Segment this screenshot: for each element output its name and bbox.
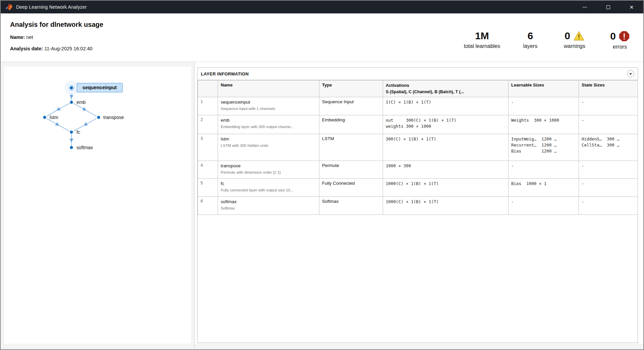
stat-errors: 0 errors: [599, 31, 641, 50]
table-row[interactable]: 1 sequenceinput Sequence input with 1 ch…: [198, 97, 638, 115]
close-icon: ✕: [630, 5, 634, 10]
layer-information-titlebar: LAYER INFORMATION: [198, 68, 638, 80]
layer-information-area: LAYER INFORMATION Name Type: [195, 62, 643, 344]
table-row[interactable]: 5 fc Fully connected layer with output s…: [198, 178, 638, 196]
node-sequenceinput[interactable]: [70, 86, 73, 90]
table-row[interactable]: 6 softmax Softmax Softmax 1000(C) × 1(B)…: [198, 196, 638, 215]
layer-type: Embedding: [319, 115, 383, 134]
titlebar: Deep Learning Network Analyzer ✕: [1, 1, 643, 13]
layer-state-sizes: -: [579, 196, 638, 215]
node-label-lstm: lstm: [50, 115, 58, 120]
layer-name: sequenceinput: [221, 99, 316, 105]
layer-state-sizes: -: [579, 97, 638, 115]
col-activations-label: Activations: [386, 83, 409, 88]
layer-activations: 1000 × 300: [383, 161, 508, 178]
stat-value: 1M: [475, 31, 489, 41]
row-index: 6: [198, 196, 218, 215]
node-label-fc: fc: [76, 129, 80, 135]
col-state-sizes[interactable]: State Sizes: [579, 80, 638, 97]
layer-name: lstm: [221, 136, 316, 142]
maximize-button[interactable]: [600, 1, 616, 13]
layer-description: Softmax: [221, 206, 316, 211]
date-value: 11-Aug-2025 16:02:40: [44, 46, 92, 51]
layer-name: transpose: [221, 163, 316, 169]
network-diagram: sequenceinput emb lstm transpose fc soft…: [4, 67, 191, 344]
main-body: sequenceinput emb lstm transpose fc soft…: [1, 62, 643, 349]
node-softmax[interactable]: [70, 146, 73, 149]
layer-state-sizes: -: [579, 178, 638, 196]
node-lstm[interactable]: [43, 116, 46, 119]
collapse-panel-button[interactable]: [627, 70, 634, 77]
layer-learnable-sizes: Bias 1000 × 1: [508, 178, 579, 196]
table-row[interactable]: 2 emb Embedding layer with 300 output ch…: [198, 115, 638, 134]
layer-description: Fully connected layer with output size 1…: [221, 188, 316, 193]
col-learnable-sizes[interactable]: Learnable Sizes: [508, 80, 579, 97]
layer-learnable-sizes: InputWeig… 1200 … Recurrent… 1200 … Bias…: [508, 134, 579, 161]
layer-type: Permute: [319, 161, 383, 178]
layer-state-sizes: HiddenS… 300 … CellSta… 300 …: [579, 134, 638, 161]
layer-name: fc: [221, 181, 316, 187]
name-value: net: [26, 35, 33, 40]
layer-information-panel: LAYER INFORMATION Name Type: [197, 67, 638, 343]
minimize-icon: [583, 7, 587, 7]
stat-layers: 6 layers: [511, 31, 550, 50]
name-label: Name:: [10, 35, 25, 40]
layer-learnable-sizes: -: [508, 196, 579, 215]
layer-name: emb: [221, 117, 316, 123]
error-icon: [619, 31, 630, 42]
layer-description: Sequence input with 1 channels: [221, 106, 316, 111]
layer-name: softmax: [221, 199, 316, 205]
node-label-softmax: softmax: [76, 145, 93, 150]
stat-value: 0: [565, 31, 570, 41]
selected-node-label[interactable]: sequenceinput: [77, 83, 122, 92]
stat-label: warnings: [564, 43, 585, 49]
close-button[interactable]: ✕: [624, 1, 639, 13]
stat-label: total learnables: [464, 43, 500, 49]
layer-state-sizes: -: [579, 115, 638, 134]
layer-activations: out 300(C) × 1(B) × 1(T) weights 300 × 1…: [383, 115, 508, 134]
table-row[interactable]: 3 lstm LSTM with 300 hidden units LSTM 3…: [198, 134, 638, 161]
row-index: 4: [198, 161, 218, 178]
row-index: 1: [198, 97, 218, 115]
node-transpose[interactable]: [97, 116, 100, 119]
node-fc[interactable]: [70, 131, 73, 134]
stat-value: 6: [528, 31, 533, 41]
col-activations[interactable]: Activations S (Spatial), C (Channel), B …: [383, 80, 508, 97]
maximize-icon: [606, 5, 610, 9]
date-label: Analysis date:: [10, 46, 43, 51]
node-label-emb: emb: [76, 100, 86, 105]
layer-description: LSTM with 300 hidden units: [221, 143, 316, 148]
stat-label: layers: [523, 43, 538, 49]
col-type[interactable]: Type: [319, 80, 383, 97]
col-name[interactable]: Name: [218, 80, 319, 97]
minimize-button[interactable]: [577, 1, 592, 13]
window-title: Deep Learning Network Analyzer: [16, 4, 87, 10]
layer-table: Name Type Activations S (Spatial), C (Ch…: [198, 80, 638, 215]
layer-description: Permute with dimension order [2 1]: [221, 170, 316, 175]
row-index: 3: [198, 134, 218, 161]
layer-type: Fully Connected: [319, 178, 383, 196]
row-index: 5: [198, 178, 218, 196]
layer-description: Embedding layer with 300 output channe..…: [221, 124, 316, 129]
layer-table-header-row: Name Type Activations S (Spatial), C (Ch…: [198, 80, 638, 97]
matlab-logo-icon: [5, 3, 13, 11]
network-name-line: Name: net: [10, 35, 103, 40]
stat-label: errors: [613, 44, 627, 50]
analysis-date-line: Analysis date: 11-Aug-2025 16:02:40: [10, 46, 103, 51]
node-emb[interactable]: [70, 101, 73, 104]
table-row[interactable]: 4 transpose Permute with dimension order…: [198, 161, 638, 178]
node-label-transpose: transpose: [103, 115, 124, 120]
network-diagram-panel[interactable]: sequenceinput emb lstm transpose fc soft…: [4, 67, 191, 344]
edge-lstm-fc: [46, 118, 69, 131]
col-index: [198, 80, 218, 97]
layer-learnable-sizes: -: [508, 97, 579, 115]
layer-type: Softmax: [319, 196, 383, 215]
layer-type: Sequence Input: [319, 97, 383, 115]
layer-state-sizes: -: [579, 161, 638, 178]
layer-activations: 1000(C) × 1(B) × 1(T): [383, 178, 508, 196]
selected-node-label-text: sequenceinput: [83, 85, 117, 90]
stat-value: 0: [610, 31, 616, 41]
app-window: Deep Learning Network Analyzer ✕ Analysi…: [0, 0, 644, 350]
analysis-header: Analysis for dlnetwork usage Name: net A…: [1, 13, 643, 62]
row-index: 2: [198, 115, 218, 134]
